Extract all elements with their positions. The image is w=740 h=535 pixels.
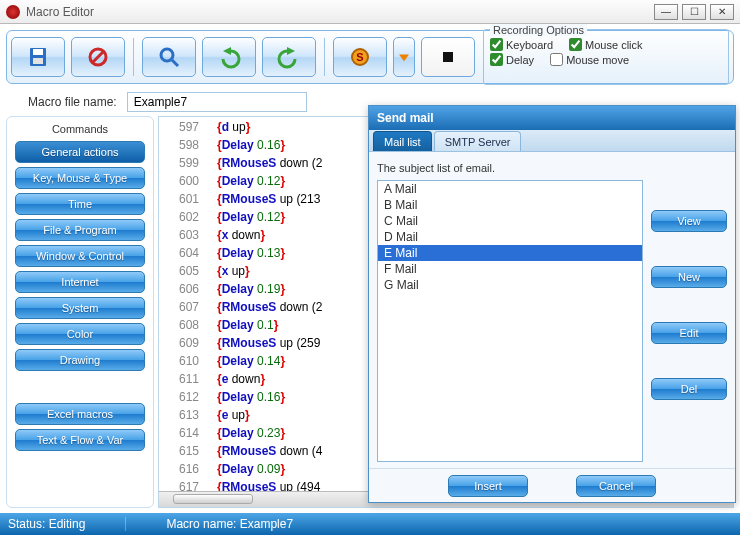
zoom-icon [157, 45, 181, 69]
stop-icon [436, 45, 460, 69]
record-dropdown[interactable] [393, 37, 415, 77]
command-drawing[interactable]: Drawing [15, 349, 145, 371]
minimize-button[interactable]: — [654, 4, 678, 20]
maximize-button[interactable]: ☐ [682, 4, 706, 20]
save-icon [26, 45, 50, 69]
app-title: Macro Editor [26, 5, 654, 19]
command-excel-macros[interactable]: Excel macros [15, 403, 145, 425]
cancel-button[interactable] [71, 37, 125, 77]
svg-rect-9 [443, 52, 453, 62]
opt-keyboard[interactable]: Keyboard [490, 38, 553, 51]
save-button[interactable] [11, 37, 65, 77]
edit-button[interactable]: Edit [651, 322, 727, 344]
record-button[interactable]: S [333, 37, 387, 77]
opt-delay[interactable]: Delay [490, 53, 534, 66]
undo-button[interactable] [202, 37, 256, 77]
dialog-title: Send mail [369, 106, 735, 130]
svg-rect-2 [33, 58, 43, 64]
down-icon [394, 45, 414, 69]
command-general-actions[interactable]: General actions [15, 141, 145, 163]
view-button[interactable]: View [651, 210, 727, 232]
svg-rect-1 [33, 49, 43, 55]
command-system[interactable]: System [15, 297, 145, 319]
command-window-control[interactable]: Window & Control [15, 245, 145, 267]
toolbar: S Recording Options Keyboard Mouse click… [6, 30, 734, 84]
stop-button[interactable] [421, 37, 475, 77]
dialog-cancel-button[interactable]: Cancel [576, 475, 656, 497]
redo-icon [277, 45, 301, 69]
list-item[interactable]: C Mail [378, 213, 642, 229]
status-editing: Status: Editing [8, 517, 126, 531]
tab-mail-list[interactable]: Mail list [373, 131, 432, 151]
command-internet[interactable]: Internet [15, 271, 145, 293]
svg-point-5 [161, 49, 173, 61]
file-name-input[interactable] [127, 92, 307, 112]
file-label: Macro file name: [28, 95, 117, 109]
recording-options: Recording Options Keyboard Mouse click D… [483, 29, 729, 85]
tab-smtp-server[interactable]: SMTP Server [434, 131, 522, 151]
list-item[interactable]: F Mail [378, 261, 642, 277]
zoom-button[interactable] [142, 37, 196, 77]
command-time[interactable]: Time [15, 193, 145, 215]
opt-mouse-click[interactable]: Mouse click [569, 38, 642, 51]
commands-panel: Commands General actionsKey, Mouse & Typ… [6, 116, 154, 508]
list-item[interactable]: E Mail [378, 245, 642, 261]
insert-button[interactable]: Insert [448, 475, 528, 497]
no-icon [86, 45, 110, 69]
del-button[interactable]: Del [651, 378, 727, 400]
app-icon [6, 5, 20, 19]
svg-line-6 [172, 60, 178, 66]
dialog-caption: The subject list of email. [377, 162, 643, 174]
undo-icon [217, 45, 241, 69]
mail-listbox[interactable]: A MailB MailC MailD MailE MailF MailG Ma… [377, 180, 643, 462]
command-text-flow-var[interactable]: Text & Flow & Var [15, 429, 145, 451]
command-key-mouse-type[interactable]: Key, Mouse & Type [15, 167, 145, 189]
svg-line-4 [92, 51, 104, 63]
title-bar: Macro Editor — ☐ ✕ [0, 0, 740, 24]
command-file-program[interactable]: File & Program [15, 219, 145, 241]
new-button[interactable]: New [651, 266, 727, 288]
window-controls: — ☐ ✕ [654, 4, 734, 20]
command-color[interactable]: Color [15, 323, 145, 345]
status-macro-name: Macro name: Example7 [166, 517, 293, 531]
dialog-tabs: Mail listSMTP Server [369, 130, 735, 152]
status-bar: Status: Editing Macro name: Example7 [0, 513, 740, 535]
svg-text:S: S [356, 51, 363, 63]
list-item[interactable]: D Mail [378, 229, 642, 245]
list-item[interactable]: G Mail [378, 277, 642, 293]
list-item[interactable]: A Mail [378, 181, 642, 197]
redo-button[interactable] [262, 37, 316, 77]
record-icon: S [348, 45, 372, 69]
opt-mouse-move[interactable]: Mouse move [550, 53, 629, 66]
recording-options-title: Recording Options [490, 24, 587, 36]
list-item[interactable]: B Mail [378, 197, 642, 213]
commands-title: Commands [11, 123, 149, 135]
close-button[interactable]: ✕ [710, 4, 734, 20]
send-mail-dialog: Send mail Mail listSMTP Server The subje… [368, 105, 736, 503]
